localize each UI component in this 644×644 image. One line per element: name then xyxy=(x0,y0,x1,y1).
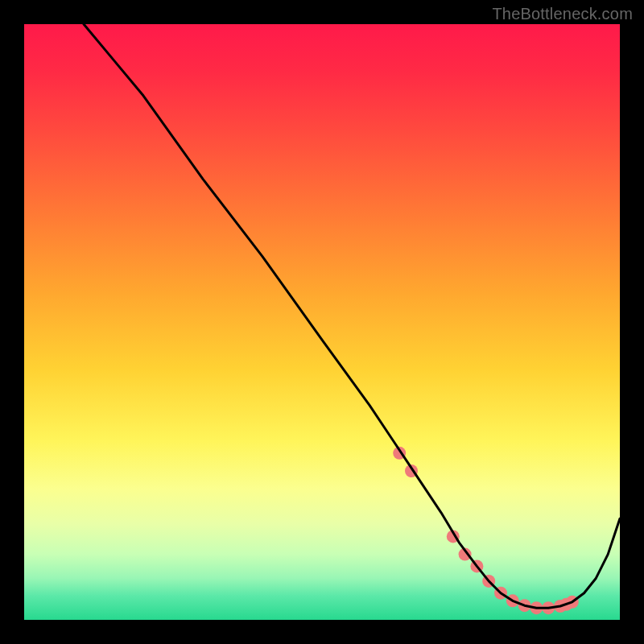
watermark-text: TheBottleneck.com xyxy=(492,5,633,23)
plot-area xyxy=(24,24,620,620)
marker-dots-group xyxy=(393,447,579,614)
chart-svg xyxy=(24,24,620,620)
curve-line xyxy=(84,24,620,608)
chart-frame: TheBottleneck.com xyxy=(0,0,644,644)
